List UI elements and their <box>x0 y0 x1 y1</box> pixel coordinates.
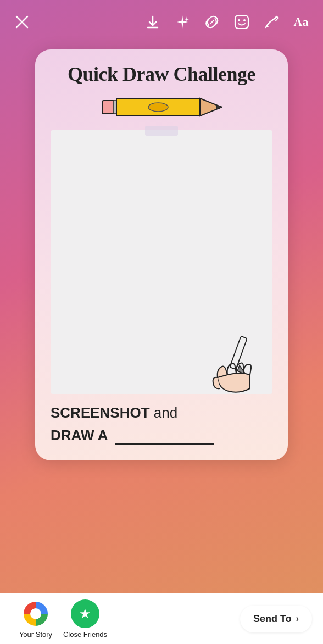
svg-rect-3 <box>235 15 248 29</box>
your-story-button[interactable]: Your Story <box>11 599 60 639</box>
toolbar: Aa <box>0 0 323 44</box>
tape-decoration <box>145 126 178 136</box>
text-icon[interactable]: Aa <box>290 11 312 33</box>
card-title: Quick Draw Challenge <box>51 63 272 86</box>
chevron-right-icon: › <box>296 614 299 624</box>
svg-rect-6 <box>102 101 114 114</box>
pencil-illustration <box>51 94 272 120</box>
sticker-icon[interactable] <box>231 11 253 33</box>
bottom-bar: Your Story ★ Close Friends Send To › <box>0 593 323 644</box>
svg-point-9 <box>148 103 168 112</box>
draw-text: DRAW A <box>51 425 272 445</box>
toolbar-right: Aa <box>142 11 312 33</box>
screenshot-text: SCREENSHOT and <box>51 403 272 423</box>
close-button[interactable] <box>11 11 33 33</box>
svg-point-4 <box>238 19 240 21</box>
draw-blank <box>115 443 214 445</box>
your-story-label: Your Story <box>19 630 52 639</box>
hand-pencil-illustration <box>207 334 267 399</box>
close-friends-avatar: ★ <box>71 599 99 628</box>
close-friends-label: Close Friends <box>63 630 107 639</box>
close-friends-button[interactable]: ★ Close Friends <box>60 599 110 639</box>
svg-point-5 <box>243 19 246 21</box>
draw-icon[interactable] <box>260 11 282 33</box>
star-icon: ★ <box>79 606 91 621</box>
sparkle-icon[interactable] <box>171 11 193 33</box>
your-story-avatar <box>21 599 50 628</box>
send-to-button[interactable]: Send To › <box>240 606 312 632</box>
drawing-area[interactable] <box>51 130 272 394</box>
svg-point-12 <box>30 608 41 619</box>
download-icon[interactable] <box>142 11 164 33</box>
story-card: Quick Draw Challenge <box>35 49 288 460</box>
link-icon[interactable] <box>201 11 223 33</box>
